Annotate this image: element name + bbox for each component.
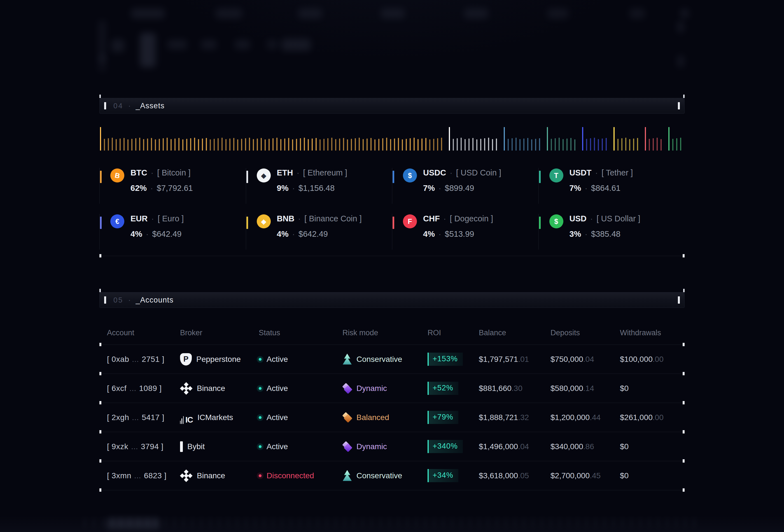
- blurred-toolbar-item: [201, 40, 217, 49]
- allocation-chart-reflection: [100, 155, 684, 167]
- middot: ·: [297, 168, 300, 177]
- accounts-section-header: 05 · _Accounts: [100, 292, 684, 308]
- usdc-coin-icon: $: [403, 169, 417, 182]
- risk-mode-label: Dynamic: [357, 442, 387, 451]
- blurred-nav-item: [629, 8, 645, 19]
- asset-text: BNB·[ Binance Coin ] 4%·$642.49: [277, 214, 362, 249]
- blurred-nav-item: [298, 8, 322, 19]
- binance-logo-icon: [180, 382, 192, 394]
- asset-color-tick: [100, 171, 102, 183]
- asset-symbol: USD: [569, 214, 587, 223]
- middot: ·: [585, 184, 587, 193]
- withdrawals-value: $0: [620, 384, 684, 393]
- broker-cell: ICICMarkets: [180, 411, 259, 424]
- risk-mode-cell: Conservative: [342, 470, 427, 482]
- account-ellipsis: ...: [132, 413, 139, 422]
- account-ellipsis: ...: [131, 442, 138, 451]
- asset-label: [ Ethereum ]: [303, 168, 347, 177]
- middot: ·: [585, 230, 587, 239]
- middot: ·: [150, 184, 153, 193]
- account-id: [ 3xmn...6823 ]: [107, 471, 180, 480]
- risk-mode-label: Conservative: [357, 471, 402, 480]
- blurred-nav-item: [99, 55, 106, 72]
- section-start-marker: [104, 296, 106, 304]
- account-ellipsis: ...: [132, 355, 139, 363]
- dashboard: 04 · _Assets B BTC·[ Bitcoin ] 62%·$7,79…: [0, 0, 784, 532]
- broker-cell: Bybit: [180, 441, 259, 452]
- blurred-toolbar-item: [267, 40, 278, 49]
- blurred-toolbar-item: [281, 39, 311, 51]
- section-end-marker: [678, 296, 680, 304]
- asset-card[interactable]: T USDT·[ Tether ] 7%·$864.61: [538, 168, 685, 204]
- roi-cell: +34%: [427, 469, 479, 482]
- asset-percent: 4%: [423, 230, 435, 239]
- allocation-barcode-chart[interactable]: [100, 126, 684, 151]
- column-header-deposits: Deposits: [551, 329, 620, 337]
- balanced-risk-icon: [342, 412, 352, 423]
- blurred-toolbar-item: [167, 40, 187, 49]
- asset-cards-grid: B BTC·[ Bitcoin ] 62%·$7,792.61 ◆ ETH·[ …: [100, 168, 684, 249]
- account-table-row[interactable]: [ 6xcf...1089 ] Binance Active Dynamic +…: [100, 374, 684, 403]
- asset-value-line: 3%·$385.48: [569, 230, 640, 239]
- asset-value-line: 9%·$1,156.48: [277, 184, 347, 193]
- account-table-row[interactable]: [ 9xzk...3794 ] Bybit Active Dynamic +34…: [100, 432, 684, 461]
- binance-logo-icon: [180, 470, 192, 482]
- bybit-logo-icon: [180, 441, 183, 452]
- asset-value-line: 4%·$513.99: [423, 230, 493, 239]
- asset-card[interactable]: B BTC·[ Bitcoin ] 62%·$7,792.61: [100, 168, 246, 204]
- blurred-nav-item: [680, 9, 689, 18]
- asset-label: [ Dogecoin ]: [450, 214, 493, 223]
- asset-card[interactable]: € EUR·[ Euro ] 4%·$642.49: [100, 214, 246, 249]
- asset-card[interactable]: F CHF·[ Dogecoin ] 4%·$513.99: [392, 214, 538, 249]
- asset-label: [ Bitcoin ]: [157, 168, 190, 177]
- middot: ·: [151, 168, 154, 177]
- middot: ·: [146, 230, 149, 239]
- roi-cell: +52%: [427, 382, 479, 395]
- asset-name-line: USDT·[ Tether ]: [569, 168, 633, 177]
- deposits-value: $2,700,000.45: [551, 471, 620, 480]
- asset-value-line: 7%·$864.61: [569, 184, 633, 193]
- coin-glyph: T: [554, 172, 558, 180]
- asset-text: USD·[ US Dollar ] 3%·$385.48: [569, 214, 640, 249]
- deposits-value: $750,000.04: [551, 355, 620, 364]
- asset-card[interactable]: $ USD·[ US Dollar ] 3%·$385.48: [538, 214, 685, 249]
- status-dot-icon: [259, 358, 261, 361]
- broker-name: Binance: [197, 384, 225, 393]
- asset-card[interactable]: $ USDC·[ USD Coin ] 7%·$899.49: [392, 168, 538, 204]
- risk-mode-cell: Dynamic: [342, 441, 427, 452]
- column-header-status: Status: [259, 329, 342, 337]
- account-table-row[interactable]: [ 2xgh...5417 ] ICICMarkets Active Balan…: [100, 403, 684, 432]
- asset-value: $864.61: [591, 184, 620, 193]
- account-table-row[interactable]: [ 0xab...2751 ] PPepperstone Active Cons…: [100, 345, 684, 374]
- asset-card[interactable]: ◆ BNB·[ Binance Coin ] 4%·$642.49: [246, 214, 392, 249]
- account-ellipsis: ...: [134, 471, 141, 480]
- status-label: Active: [267, 384, 288, 393]
- bnb-coin-icon: ◆: [257, 214, 271, 228]
- conservative-risk-icon: [342, 470, 352, 482]
- asset-label: [ USD Coin ]: [456, 168, 501, 177]
- roi-badge: +153%: [427, 353, 463, 366]
- status-cell: Active: [259, 442, 342, 451]
- asset-card[interactable]: ◆ ETH·[ Ethereum ] 9%·$1,156.48: [246, 168, 392, 204]
- status-label: Active: [267, 442, 288, 451]
- risk-mode-cell: Conservative: [342, 353, 427, 365]
- account-ellipsis: ...: [129, 384, 136, 393]
- dynamic-risk-icon: [342, 383, 352, 394]
- eur-coin-icon: €: [110, 214, 124, 228]
- asset-percent: 3%: [569, 230, 581, 239]
- broker-name: Bybit: [187, 442, 205, 451]
- middot: ·: [128, 101, 131, 110]
- asset-text: ETH·[ Ethereum ] 9%·$1,156.48: [277, 168, 347, 204]
- status-cell: Active: [259, 384, 342, 393]
- account-table-row[interactable]: [ 3xmn...6823 ] Binance Disconnected Con…: [100, 461, 684, 490]
- asset-value: $642.49: [152, 230, 182, 239]
- asset-percent: 4%: [277, 230, 289, 239]
- coin-glyph: F: [408, 217, 412, 226]
- asset-value: $513.99: [445, 230, 474, 239]
- asset-percent: 9%: [277, 184, 289, 193]
- blurred-nav-item: [464, 8, 488, 19]
- asset-symbol: BTC: [131, 168, 147, 177]
- usdt-coin-icon: T: [549, 169, 563, 182]
- asset-value-line: 7%·$899.49: [423, 184, 501, 193]
- asset-color-tick: [539, 171, 541, 183]
